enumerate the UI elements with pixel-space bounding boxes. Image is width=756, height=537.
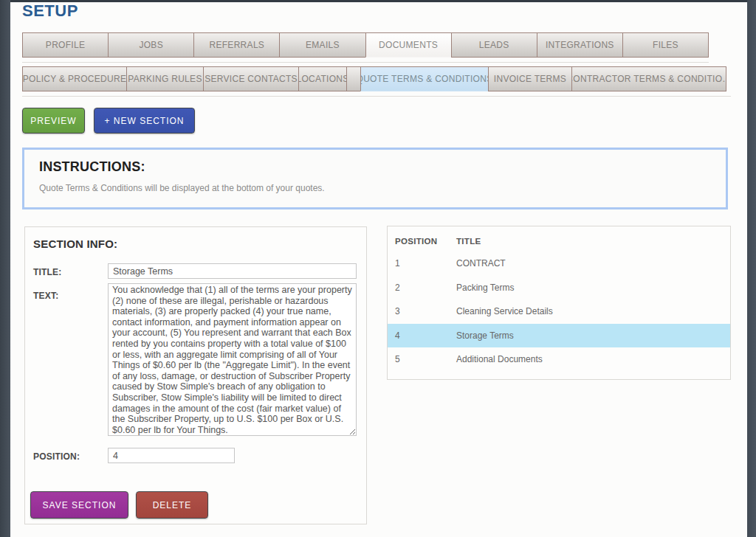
- row-position: 3: [388, 306, 448, 316]
- tab-referrals[interactable]: REFERRALS: [193, 32, 280, 58]
- primary-tab-bar: PROFILE JOBS REFERRALS EMAILS DOCUMENTS …: [22, 32, 709, 58]
- tab-integrations[interactable]: INTEGRATIONS: [537, 32, 623, 58]
- instructions-box: INSTRUCTIONS: Quote Terms & Conditions w…: [22, 148, 728, 209]
- row-title: Storage Terms: [448, 330, 730, 341]
- subtab-locations[interactable]: LOCATIONS: [298, 66, 347, 91]
- tab-strip-spacer: [346, 66, 361, 91]
- title-label: TITLE:: [33, 267, 62, 277]
- table-header-row: POSITION TITLE: [388, 230, 730, 252]
- page-title: SETUP: [22, 1, 78, 21]
- row-title: Packing Terms: [448, 283, 730, 293]
- table-row[interactable]: 3 Cleaning Service Details: [388, 299, 730, 324]
- row-title: Cleaning Service Details: [448, 306, 730, 316]
- window-frame-top: [0, 0, 756, 2]
- save-section-button[interactable]: SAVE SECTION: [30, 491, 128, 519]
- text-label: TEXT:: [33, 291, 58, 301]
- position-label: POSITION:: [33, 451, 80, 462]
- title-input[interactable]: [108, 263, 357, 279]
- instructions-body: Quote Terms & Conditions will be display…: [39, 183, 711, 193]
- secondary-tab-underline: [22, 96, 731, 97]
- row-title: CONTRACT: [448, 258, 730, 268]
- secondary-tab-bar: POLICY & PROCEDURE PARKING RULES SERVICE…: [22, 66, 731, 91]
- row-title: Additional Documents: [448, 354, 730, 364]
- tab-documents[interactable]: DOCUMENTS: [365, 32, 452, 58]
- table-row[interactable]: 1 CONTRACT: [388, 252, 730, 276]
- text-textarea[interactable]: You acknowledge that (1) all of the term…: [108, 283, 357, 436]
- tab-profile[interactable]: PROFILE: [22, 32, 109, 58]
- table-row[interactable]: 5 Additional Documents: [388, 347, 730, 372]
- column-header-title: TITLE: [448, 237, 730, 246]
- primary-tab-underline: [22, 62, 709, 63]
- subtab-parking-rules[interactable]: PARKING RULES: [126, 66, 204, 91]
- column-header-position: POSITION: [388, 237, 448, 246]
- row-position: 5: [388, 354, 448, 364]
- subtab-quote-terms-conditions[interactable]: QUOTE TERMS & CONDITIONS: [360, 66, 489, 91]
- row-position: 1: [388, 258, 448, 268]
- section-info-heading: SECTION INFO:: [33, 238, 117, 250]
- new-section-button[interactable]: + NEW SECTION: [94, 108, 195, 134]
- table-row[interactable]: 2 Packing Terms: [388, 276, 730, 300]
- window-frame-right: [747, 0, 756, 537]
- tab-files[interactable]: FILES: [622, 32, 709, 58]
- sections-table: POSITION TITLE 1 CONTRACT 2 Packing Term…: [387, 226, 731, 380]
- tab-emails[interactable]: EMAILS: [279, 32, 365, 58]
- row-position: 4: [388, 330, 448, 341]
- table-row[interactable]: 4 Storage Terms: [388, 324, 730, 348]
- section-info-panel: SECTION INFO: TITLE: TEXT: You acknowled…: [24, 226, 367, 524]
- subtab-service-contacts[interactable]: SERVICE CONTACTS: [203, 66, 299, 91]
- row-position: 2: [388, 283, 448, 293]
- delete-button[interactable]: DELETE: [136, 491, 208, 519]
- subtab-invoice-terms[interactable]: INVOICE TERMS: [488, 66, 572, 91]
- position-input[interactable]: [108, 448, 235, 463]
- subtab-policy-procedure[interactable]: POLICY & PROCEDURE: [22, 66, 127, 91]
- instructions-heading: INSTRUCTIONS:: [39, 159, 711, 175]
- tab-leads[interactable]: LEADS: [451, 32, 537, 58]
- preview-button[interactable]: PREVIEW: [22, 108, 85, 134]
- tab-jobs[interactable]: JOBS: [108, 32, 194, 58]
- subtab-contractor-terms[interactable]: CONTRACTOR TERMS & CONDITIO…: [571, 66, 726, 91]
- setup-page: SETUP PROFILE JOBS REFERRALS EMAILS DOCU…: [0, 0, 756, 537]
- window-frame-left: [0, 0, 10, 537]
